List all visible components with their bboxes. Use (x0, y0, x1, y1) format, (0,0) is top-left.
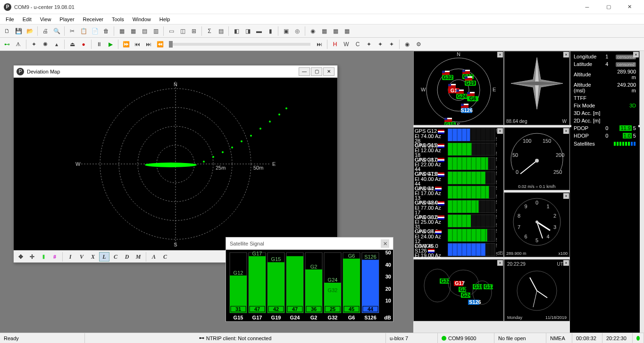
devbtn-grid[interactable]: # (50, 252, 60, 261)
paste-button[interactable]: 📄 (90, 26, 100, 36)
skyview-close[interactable]: × (497, 52, 503, 57)
deviation-min-button[interactable]: — (299, 67, 310, 76)
dock-btn-6[interactable]: ◎ (292, 26, 302, 36)
dock-btn-2[interactable]: ◨ (243, 26, 253, 36)
deviation-max-button[interactable]: ▢ (311, 67, 322, 76)
view-btn-2[interactable]: ▦ (128, 26, 138, 36)
dock-btn-7[interactable]: ◉ (308, 26, 318, 36)
step-back-button[interactable]: ⏮ (132, 39, 142, 49)
devbtn-v[interactable]: V (76, 252, 87, 261)
print-preview-button[interactable]: 🔍 (51, 26, 62, 36)
hot-btn-h[interactable]: H (330, 39, 340, 49)
tool-wand[interactable]: ✦ (29, 39, 39, 49)
signal-detail-close[interactable]: × (497, 128, 503, 134)
eject-button[interactable]: ⏏ (67, 39, 77, 49)
devbtn-c2[interactable]: C (160, 252, 170, 261)
dock-btn-9[interactable]: ▦ (330, 26, 341, 36)
devbtn-i[interactable]: I (65, 252, 75, 261)
seek-slider[interactable] (169, 43, 310, 46)
dock-btn-5[interactable]: ▣ (281, 26, 291, 36)
view-btn-3[interactable]: ▤ (139, 26, 150, 36)
menu-window[interactable]: Window (129, 16, 155, 23)
menu-player[interactable]: Player (56, 16, 78, 23)
svg-text:5: 5 (535, 237, 538, 243)
tool-misc[interactable]: ▴ (51, 39, 62, 49)
print-button[interactable]: 🖨 (40, 26, 50, 36)
satsig-close-button[interactable]: ✕ (381, 239, 389, 248)
compass-close[interactable]: × (563, 52, 569, 57)
step-fwd-button[interactable]: ⏭ (143, 39, 154, 49)
signal-detail-dock[interactable]: × GPS G12El 74.00 Az 28C/N0 26.0GPS G15E… (413, 127, 504, 257)
skip-start-button[interactable]: ⏪ (155, 39, 165, 49)
speedo-dock[interactable]: × 50100150 2002500 0.02 m/s = 0.1 km/h (504, 127, 570, 190)
timeclock-dock[interactable]: × 20:22:29 UTC Monday 11/18/2019 (504, 259, 570, 321)
tool-bug[interactable]: ✺ (40, 39, 50, 49)
dock-btn-1[interactable]: ◧ (231, 26, 242, 36)
world-close[interactable]: × (497, 260, 503, 266)
compass-dock[interactable]: × 88.64 deg W (504, 51, 570, 125)
satsig-titlebar[interactable]: Satellite Signal ✕ (226, 237, 393, 250)
cut-button[interactable]: ✂ (67, 26, 77, 36)
menu-edit[interactable]: Edit (19, 16, 35, 23)
skyview-dock[interactable]: × N S E W G32 G17 G19 G1 G24 (413, 51, 504, 125)
devbtn-d[interactable]: D (122, 252, 132, 261)
ff-button[interactable]: ⏩ (121, 39, 131, 49)
save-button[interactable]: 💾 (13, 26, 24, 36)
record-button[interactable]: ● (78, 39, 89, 49)
menu-help[interactable]: Help (156, 16, 174, 23)
copy-button[interactable]: 📋 (78, 26, 89, 36)
speedo-close[interactable]: × (563, 128, 569, 134)
altclock-close[interactable]: × (563, 193, 569, 199)
devbtn-move[interactable]: ✢ (27, 252, 37, 261)
dock-btn-4[interactable]: ▮ (265, 26, 276, 36)
altclock-dock[interactable]: × 0123456789 289.900 m x100 (504, 192, 570, 257)
hot-btn-x4[interactable]: ◉ (402, 39, 412, 49)
view-btn-9[interactable]: ▤ (216, 26, 226, 36)
hot-btn-x3[interactable]: ✦ (386, 39, 397, 49)
menu-tools[interactable]: Tools (108, 16, 128, 23)
maximize-button[interactable]: ▢ (598, 0, 619, 14)
devbtn-c[interactable]: C (110, 252, 121, 261)
pause-button[interactable]: ⏸ (94, 39, 104, 49)
devbtn-a[interactable]: A (149, 252, 159, 261)
devbtn-x[interactable]: X (88, 252, 98, 261)
menu-file[interactable]: File (2, 16, 18, 23)
view-btn-6[interactable]: ◫ (177, 26, 188, 36)
svg-text:W: W (421, 87, 426, 92)
svg-text:3: 3 (553, 224, 556, 230)
deviation-radar[interactable]: N S E W 25m 50m (14, 78, 337, 250)
devbtn-m[interactable]: M (133, 252, 143, 261)
deviation-close-button[interactable]: ✕ (323, 67, 335, 76)
open-button[interactable]: 📂 (25, 26, 35, 36)
dock-btn-10[interactable]: ▦ (342, 26, 352, 36)
close-button[interactable]: ✕ (619, 0, 640, 14)
info-close[interactable]: × (633, 52, 639, 57)
menu-view[interactable]: View (36, 16, 55, 23)
view-btn-8[interactable]: Σ (204, 26, 215, 36)
menu-receiver[interactable]: Receiver (79, 16, 107, 23)
devbtn-zoom[interactable]: ⦀ (38, 252, 49, 261)
delete-button[interactable]: 🗑 (101, 26, 111, 36)
devbtn-pick[interactable]: ✥ (16, 252, 26, 261)
play-button[interactable]: ▶ (105, 39, 116, 49)
skip-end-button[interactable]: ⏭ (314, 39, 325, 49)
new-button[interactable]: 🗋 (2, 26, 12, 36)
connect-button[interactable]: ⊷ (2, 39, 12, 49)
devbtn-l[interactable]: L (99, 252, 109, 261)
world-dock[interactable]: × G32 G17 G2 G24 G19 G17 S126 (413, 259, 504, 321)
minimize-button[interactable]: ─ (577, 0, 598, 14)
view-btn-5[interactable]: ▭ (166, 26, 176, 36)
hot-btn-x1[interactable]: ✦ (364, 39, 374, 49)
hot-btn-x2[interactable]: ✦ (375, 39, 385, 49)
hot-btn-w[interactable]: W (341, 39, 351, 49)
dock-btn-8[interactable]: ▦ (319, 26, 329, 36)
baud-button[interactable]: ⩚ (13, 39, 24, 49)
dock-btn-3[interactable]: ▬ (254, 26, 264, 36)
view-btn-1[interactable]: ▦ (117, 26, 127, 36)
timeclock-close[interactable]: × (563, 260, 569, 266)
view-btn-7[interactable]: ⊞ (189, 26, 199, 36)
settings-button[interactable]: ⚙ (413, 39, 424, 49)
view-btn-4[interactable]: ▥ (151, 26, 161, 36)
hot-btn-c[interactable]: C (352, 39, 363, 49)
deviation-titlebar[interactable]: P Deviation Map — ▢ ✕ (14, 65, 337, 78)
